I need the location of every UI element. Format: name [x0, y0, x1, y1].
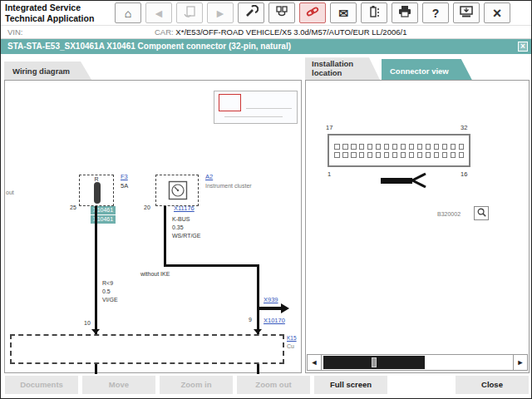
page-forward-icon — [182, 5, 197, 21]
fuse-designator: R — [80, 176, 113, 182]
fuse-pin-number: 25 — [70, 204, 76, 210]
connector-pin[interactable] — [376, 144, 382, 150]
fuse-symbol — [94, 182, 101, 204]
without-ike-note: without IKE — [140, 271, 170, 277]
documents-button: Documents — [5, 376, 78, 394]
pin-label-1: 1 — [328, 170, 331, 178]
magnify-button[interactable] — [474, 206, 489, 220]
left-wire-color: VI/GE — [102, 297, 118, 303]
tab-connector-view[interactable]: Connector view — [382, 59, 472, 80]
kbus-label: K-BUS — [172, 216, 190, 222]
instrument-cluster-label: Instrument cluster — [205, 183, 252, 189]
connector-pin[interactable] — [392, 144, 398, 150]
fuse-link[interactable]: F3 — [121, 173, 128, 180]
workshop-button[interactable] — [238, 2, 264, 23]
help-button[interactable]: ? — [422, 2, 449, 23]
toolbar: ⌂ ◄ ► ✉ — [115, 2, 527, 23]
car-value: X*/E53/OFF-ROAD VEHICLE/X5 3.0d/M57/AUTO… — [175, 27, 406, 37]
battery-icon — [367, 5, 382, 21]
connector-pin[interactable] — [442, 152, 448, 158]
connector-pin[interactable] — [401, 152, 406, 158]
scroll-left-button[interactable]: ◄ — [307, 354, 322, 371]
document-close-button[interactable]: × — [518, 42, 528, 52]
connector-pin[interactable] — [334, 144, 340, 150]
tab-installation-location[interactable]: Installation location — [305, 57, 380, 80]
connection-button[interactable] — [268, 2, 295, 23]
instrument-cluster-box[interactable] — [155, 175, 199, 206]
print-button[interactable] — [392, 2, 418, 23]
graphic-ref: B320002 — [437, 211, 461, 217]
cluster-pin-number: 20 — [144, 204, 150, 210]
document-title: STA-STA-E53_SX10461A X10461 Component co… — [7, 42, 291, 51]
branch-connector-link[interactable]: X10170 — [264, 317, 285, 324]
full-screen-button[interactable]: Full screen — [314, 376, 387, 394]
connector-pin[interactable] — [384, 152, 390, 158]
tab-wiring-diagram[interactable]: Wiring diagram — [4, 62, 91, 80]
connector-pin[interactable] — [417, 144, 423, 150]
page-forward-button[interactable] — [176, 2, 203, 23]
connector-pin[interactable] — [434, 144, 440, 150]
scroll-right-button[interactable]: ► — [513, 354, 528, 371]
left-wire-size: 0.5 — [102, 288, 111, 294]
connector-pin[interactable] — [434, 152, 440, 158]
help-icon: ? — [432, 7, 440, 19]
connector-pin[interactable] — [376, 152, 382, 158]
app-title-line2: Technical Application — [5, 13, 115, 24]
car-info: CAR: X*/E53/OFF-ROAD VEHICLE/X5 3.0d/M57… — [155, 27, 406, 37]
connector-pin[interactable] — [359, 144, 365, 150]
connector-pin[interactable] — [351, 152, 357, 158]
connector-pin[interactable] — [401, 144, 406, 150]
connector-pin[interactable] — [342, 144, 348, 150]
minimize-button[interactable] — [453, 2, 480, 23]
pin-label-32: 32 — [461, 124, 467, 131]
close-app-button[interactable]: × — [484, 2, 510, 23]
battery-button[interactable] — [361, 2, 387, 23]
connector-pin[interactable] — [384, 144, 390, 150]
connector-pin[interactable] — [459, 144, 465, 150]
connector-pin[interactable] — [426, 144, 431, 150]
branch-pin-number: 9 — [249, 317, 252, 323]
diagram-overview-thumbnail[interactable] — [214, 91, 298, 124]
ground-box-link[interactable]: K15 — [287, 335, 297, 341]
footer: Documents Move Zoom in Zoom out Full scr… — [1, 373, 531, 399]
forward-button[interactable]: ► — [207, 2, 234, 23]
connector-pin[interactable] — [392, 152, 398, 158]
connector-pin[interactable] — [451, 152, 456, 158]
cluster-connector-link[interactable]: X11176 — [174, 204, 195, 212]
connector-pin[interactable] — [426, 152, 431, 158]
fuse-component-box[interactable]: R — [79, 175, 114, 206]
connector-pin[interactable] — [451, 144, 456, 150]
connector-pin[interactable] — [409, 152, 415, 158]
connector-pin[interactable] — [334, 152, 340, 158]
kbus-color: WS/RT/GE — [172, 233, 200, 239]
wiring-diagram-panel[interactable]: out R F3 5A 25 X10461 X10461 A2 Instrume… — [4, 80, 302, 373]
connector-pin[interactable] — [351, 144, 357, 150]
mail-button[interactable]: ✉ — [330, 2, 357, 23]
connector-pin[interactable] — [342, 152, 348, 158]
connector-pin[interactable] — [417, 152, 423, 158]
back-button[interactable]: ◄ — [145, 2, 172, 23]
connector-pin[interactable] — [409, 144, 415, 150]
close-button[interactable]: Close — [456, 376, 529, 394]
overview-line — [246, 108, 292, 109]
connector-pin[interactable] — [359, 152, 365, 158]
scrollbar-track[interactable] — [322, 354, 513, 371]
x939-arrow — [259, 307, 281, 310]
instrument-cluster-link[interactable]: A2 — [205, 173, 213, 180]
move-button: Move — [82, 376, 155, 394]
connector-pin[interactable] — [442, 144, 448, 150]
overview-line — [224, 116, 283, 117]
connector-view-panel: 17 32 1 16 B320002 ◄ ► — [305, 80, 530, 373]
connector-pin-grid[interactable] — [328, 134, 470, 167]
ista-window: Integrated Service Technical Application… — [0, 0, 532, 399]
connector-pin[interactable] — [367, 152, 373, 158]
home-button[interactable]: ⌂ — [115, 2, 141, 23]
x939-link[interactable]: X939 — [264, 296, 278, 303]
vehicle-bar: VIN: CAR: X*/E53/OFF-ROAD VEHICLE/X5 3.0… — [1, 26, 531, 39]
scrollbar-thumb[interactable] — [323, 356, 425, 369]
cluster-wire — [164, 206, 166, 266]
connector-pin[interactable] — [459, 152, 465, 158]
tabs-row: Wiring diagram Installation location Con… — [1, 54, 531, 80]
connector-pin[interactable] — [367, 144, 373, 150]
link-button[interactable] — [299, 2, 326, 23]
